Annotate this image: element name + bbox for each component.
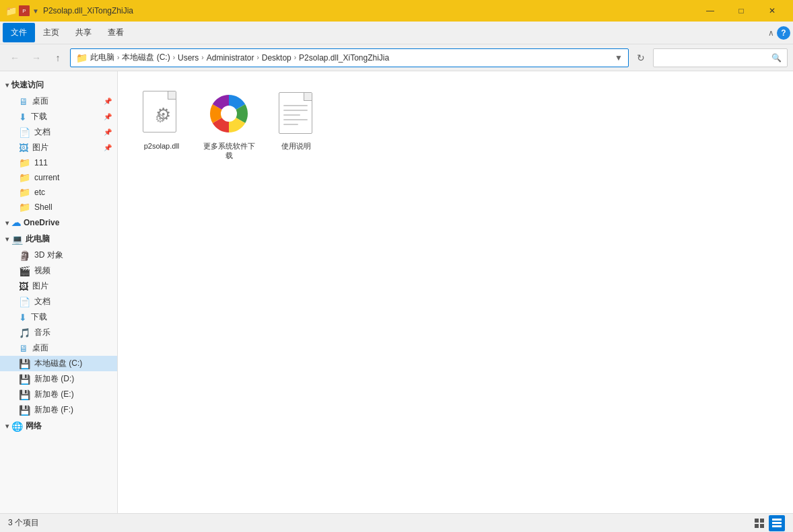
sidebar-drive-d-label: 新加卷 (D:): [34, 373, 74, 385]
grid-view-icon: [755, 519, 764, 528]
address-box[interactable]: 📁 此电脑 › 本地磁盘 (C:) › Users › Administrato…: [70, 48, 629, 67]
sidebar-item-pictures-quick[interactable]: 🖼 图片 📌: [0, 140, 117, 155]
sidebar-item-video[interactable]: 🎬 视频: [0, 263, 117, 278]
network-header[interactable]: ▾ 🌐 网络: [0, 418, 117, 434]
content-area: ⚙ ⚙ p2solap.dll: [118, 71, 793, 513]
refresh-button[interactable]: ↻: [631, 48, 650, 67]
close-button[interactable]: ✕: [757, 0, 788, 22]
onedrive-header[interactable]: ▾ ☁ OneDrive: [0, 215, 117, 231]
sidebar-111-label: 111: [34, 158, 48, 167]
svg-rect-7: [772, 525, 782, 527]
pin-icon-pictures: 📌: [104, 144, 112, 151]
search-box[interactable]: 🔍: [653, 48, 788, 67]
main-container: ▾ 快速访问 🖥 桌面 📌 ⬇ 下载 📌 📄 文档 📌 🖼 图片 📌 📁 111: [0, 71, 793, 513]
sidebar-current-label: current: [34, 173, 59, 182]
pin-icon-desktop: 📌: [104, 98, 112, 105]
sidebar-item-docs-quick[interactable]: 📄 文档 📌: [0, 124, 117, 140]
folder-etc-icon: 📁: [19, 187, 30, 198]
sidebar: ▾ 快速访问 🖥 桌面 📌 ⬇ 下载 📌 📄 文档 📌 🖼 图片 📌 📁 111: [0, 71, 118, 513]
address-part-desktop[interactable]: Desktop: [262, 53, 291, 63]
title-bar-dropdown-arrow[interactable]: ▼: [32, 7, 39, 15]
address-chevron-2: ›: [173, 54, 175, 61]
menu-bar: 文件 主页 共享 查看 ∧ ?: [0, 22, 793, 44]
sidebar-shell-label: Shell: [34, 202, 53, 212]
menu-item-file[interactable]: 文件: [3, 23, 35, 42]
docs-icon: 📄: [19, 127, 30, 138]
svg-rect-3: [755, 524, 759, 528]
sidebar-item-etc[interactable]: 📁 etc: [0, 185, 117, 200]
music-icon: 🎵: [19, 328, 30, 338]
maximize-button[interactable]: □: [726, 0, 757, 22]
sidebar-item-drive-e[interactable]: 💾 新加卷 (E:): [0, 387, 117, 402]
address-chevron-1: ›: [117, 54, 119, 61]
sidebar-video-label: 视频: [34, 265, 50, 276]
list-view-icon: [772, 519, 782, 528]
sidebar-item-desktop-quick[interactable]: 🖥 桌面 📌: [0, 93, 117, 109]
network-label: 网络: [26, 420, 42, 432]
grid-view-button[interactable]: [751, 515, 767, 531]
file-item-colorwheel[interactable]: 更多系统软件下载: [199, 85, 259, 166]
address-part-users[interactable]: Users: [178, 53, 199, 63]
sidebar-item-current[interactable]: 📁 current: [0, 170, 117, 185]
sidebar-item-pictures-pc[interactable]: 🖼 图片: [0, 278, 117, 294]
network-expand-icon: ▾: [5, 422, 9, 430]
up-button[interactable]: ↑: [48, 48, 67, 67]
sidebar-3d-label: 3D 对象: [34, 250, 63, 261]
sidebar-desktop-label: 桌面: [32, 96, 48, 107]
search-input[interactable]: [659, 53, 769, 63]
dll-icon-container: ⚙ ⚙: [138, 90, 185, 137]
sidebar-item-docs-pc[interactable]: 📄 文档: [0, 294, 117, 309]
sidebar-item-shell[interactable]: 📁 Shell: [0, 200, 117, 215]
sidebar-docs-label: 文档: [34, 126, 50, 138]
drive-f-icon: 💾: [19, 405, 30, 416]
quick-access-expand-icon: ▾: [5, 81, 9, 89]
docs-pc-icon: 📄: [19, 297, 30, 307]
title-bar-icons: 📁 P ▼: [5, 5, 39, 16]
address-part-c[interactable]: 本地磁盘 (C:): [122, 52, 170, 63]
address-part-folder[interactable]: P2solap.dll_XiTongZhiJia: [299, 53, 389, 63]
menu-expand-icon[interactable]: ∧: [768, 28, 774, 38]
this-pc-header[interactable]: ▾ 💻 此电脑: [0, 231, 117, 248]
sidebar-item-drive-d[interactable]: 💾 新加卷 (D:): [0, 371, 117, 387]
address-chevron-3: ›: [201, 54, 203, 61]
sidebar-pictures-label: 图片: [32, 142, 48, 153]
sidebar-item-111[interactable]: 📁 111: [0, 155, 117, 170]
forward-button[interactable]: →: [27, 48, 46, 67]
list-view-button[interactable]: [769, 515, 785, 531]
menu-item-home[interactable]: 主页: [35, 23, 67, 42]
sidebar-downloads-pc-label: 下载: [31, 311, 47, 323]
quick-access-header[interactable]: ▾ 快速访问: [0, 77, 117, 93]
txt-icon-container: [273, 90, 320, 137]
pictures-icon: 🖼: [19, 143, 28, 153]
sidebar-item-drive-f[interactable]: 💾 新加卷 (F:): [0, 402, 117, 418]
sidebar-desktop-pc-label: 桌面: [32, 342, 48, 354]
sidebar-item-drive-c[interactable]: 💾 本地磁盘 (C:): [0, 356, 117, 371]
menu-help-icon[interactable]: ?: [777, 26, 790, 40]
minimize-button[interactable]: —: [695, 0, 726, 22]
drive-c-icon: 💾: [19, 358, 30, 369]
drive-e-icon: 💾: [19, 389, 30, 400]
address-folder-icon: 📁: [76, 52, 88, 63]
file-item-dll[interactable]: ⚙ ⚙ p2solap.dll: [131, 85, 192, 166]
address-part-pc[interactable]: 此电脑: [90, 52, 114, 63]
quick-access-label: 快速访问: [11, 79, 44, 91]
sidebar-item-downloads-quick[interactable]: ⬇ 下载 📌: [0, 109, 117, 124]
sidebar-item-desktop-pc[interactable]: 🖥 桌面: [0, 340, 117, 356]
address-part-admin[interactable]: Administrator: [207, 53, 254, 63]
3d-icon: 🗿: [19, 250, 30, 261]
onedrive-expand-icon: ▾: [5, 219, 9, 227]
address-dropdown-button[interactable]: ▼: [615, 53, 623, 63]
back-button[interactable]: ←: [5, 48, 24, 67]
svg-rect-6: [772, 522, 782, 524]
drive-d-icon: 💾: [19, 374, 30, 385]
file-item-txt[interactable]: 使用说明: [266, 85, 326, 166]
pin-icon-docs: 📌: [104, 128, 112, 136]
colorwheel-svg: [207, 92, 250, 135]
sidebar-item-3d[interactable]: 🗿 3D 对象: [0, 248, 117, 263]
folder-current-icon: 📁: [19, 172, 30, 183]
menu-item-share[interactable]: 共享: [67, 23, 100, 42]
sidebar-item-music[interactable]: 🎵 音乐: [0, 325, 117, 340]
menu-item-view[interactable]: 查看: [100, 23, 132, 42]
sidebar-item-downloads-pc[interactable]: ⬇ 下载: [0, 309, 117, 325]
thispc-expand-icon: ▾: [5, 235, 9, 243]
